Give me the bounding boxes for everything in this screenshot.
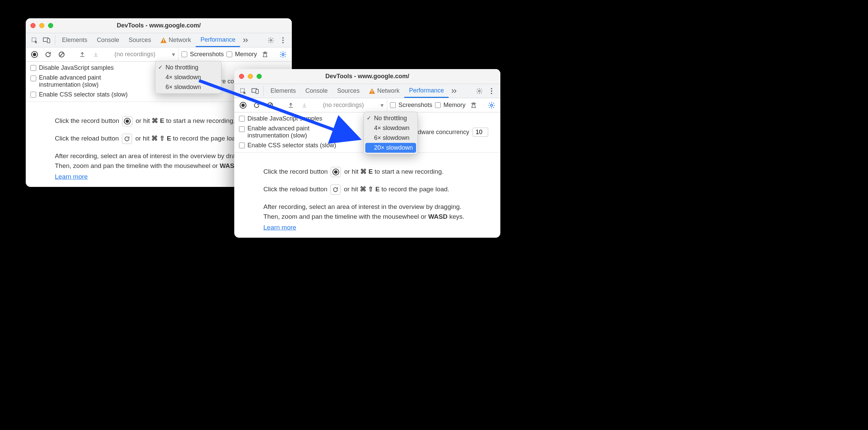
svg-rect-4: [163, 41, 164, 42]
dropdown-option-no-throttling[interactable]: No throttling: [155, 63, 221, 72]
tab-performance[interactable]: Performance: [404, 84, 449, 98]
dropdown-option-6x[interactable]: 6× slowdown: [155, 82, 221, 92]
window-title: DevTools - www.google.com/: [234, 73, 500, 80]
clear-button[interactable]: [56, 49, 67, 60]
more-tabs-icon[interactable]: [449, 84, 461, 98]
svg-line-22: [268, 104, 272, 107]
kebab-menu-icon[interactable]: [485, 84, 498, 98]
svg-point-7: [282, 40, 284, 41]
tab-elements[interactable]: Elements: [57, 33, 92, 47]
window-title: DevTools - www.google.com/: [26, 22, 292, 29]
warning-icon: [369, 88, 375, 94]
svg-rect-16: [372, 92, 372, 93]
css-selector-stats-checkbox[interactable]: Enable CSS selector stats (slow): [239, 142, 361, 149]
cpu-throttling-dropdown[interactable]: No throttling 4× slowdown 6× slowdown 20…: [364, 112, 418, 154]
record-button[interactable]: [29, 49, 40, 60]
reload-record-button[interactable]: [251, 100, 262, 111]
cpu-throttling-dropdown[interactable]: No throttling 4× slowdown 6× slowdown: [155, 61, 221, 94]
tab-network[interactable]: Network: [364, 84, 404, 98]
device-toggle-icon[interactable]: [249, 84, 261, 98]
after-hint: After recording, select an area of inter…: [55, 151, 263, 171]
svg-point-6: [282, 37, 284, 39]
chevron-down-icon: ▾: [172, 51, 175, 58]
screenshots-checkbox[interactable]: Screenshots: [390, 102, 432, 109]
reload-record-button[interactable]: [43, 49, 53, 60]
dropdown-option-4x[interactable]: 4× slowdown: [364, 123, 417, 133]
tab-console[interactable]: Console: [301, 84, 332, 98]
collect-garbage-icon[interactable]: [468, 100, 479, 111]
recordings-select[interactable]: (no recordings) ▾: [320, 98, 387, 112]
panel-tabs: Elements Console Sources Network Perform…: [234, 84, 500, 98]
devtools-window: DevTools - www.google.com/ Elements Cons…: [234, 69, 500, 238]
download-profile-icon[interactable]: [299, 100, 310, 111]
more-tabs-icon[interactable]: [240, 33, 252, 47]
advanced-paint-checkbox[interactable]: Enable advanced paint instrumentation (s…: [239, 125, 361, 139]
reload-button-inline-icon: [330, 185, 341, 195]
svg-point-17: [479, 90, 480, 92]
svg-rect-14: [256, 89, 258, 93]
titlebar: DevTools - www.google.com/: [234, 69, 500, 84]
chevron-down-icon: ▾: [381, 102, 384, 109]
hw-concurrency-input[interactable]: [473, 128, 488, 137]
screenshots-checkbox[interactable]: Screenshots: [181, 51, 224, 58]
dropdown-option-4x[interactable]: 4× slowdown: [155, 72, 221, 82]
reload-hint: Click the reload button or hit ⌘ ⇧ E to …: [263, 185, 471, 195]
svg-point-8: [282, 42, 284, 43]
tab-performance[interactable]: Performance: [196, 33, 240, 47]
learn-more-link[interactable]: Learn more: [55, 173, 88, 180]
clear-button[interactable]: [265, 100, 276, 111]
panel-tabs: Elements Console Sources Network Perform…: [26, 33, 292, 47]
css-selector-stats-checkbox[interactable]: Enable CSS selector stats (slow): [30, 91, 152, 98]
after-hint: After recording, select an area of inter…: [263, 202, 471, 221]
record-hint: Click the record button or hit ⌘ E to st…: [263, 167, 471, 177]
download-profile-icon[interactable]: [90, 49, 101, 60]
memory-checkbox[interactable]: Memory: [226, 51, 257, 58]
svg-point-19: [491, 90, 492, 92]
capture-settings-gear-icon[interactable]: [486, 100, 497, 111]
tab-network[interactable]: Network: [156, 33, 196, 47]
tab-console[interactable]: Console: [92, 33, 124, 47]
svg-point-11: [282, 53, 284, 56]
performance-toolbar: (no recordings) ▾ Screenshots Memory: [234, 98, 500, 112]
capture-settings-gear-icon[interactable]: [278, 49, 288, 60]
svg-point-5: [270, 39, 272, 41]
titlebar: DevTools - www.google.com/: [26, 18, 292, 33]
dropdown-option-no-throttling[interactable]: No throttling: [364, 113, 417, 123]
tab-sources[interactable]: Sources: [332, 84, 364, 98]
learn-more-link[interactable]: Learn more: [263, 224, 296, 231]
svg-line-10: [60, 53, 63, 56]
tab-network-label: Network: [377, 87, 399, 94]
settings-gear-icon[interactable]: [265, 33, 277, 47]
tab-elements[interactable]: Elements: [266, 84, 301, 98]
divider: [55, 35, 55, 45]
dropdown-option-20x[interactable]: 20× slowdown: [365, 143, 416, 153]
device-toggle-icon[interactable]: [41, 33, 53, 47]
svg-point-18: [491, 88, 492, 89]
disable-js-samples-checkbox[interactable]: Disable JavaScript samples: [239, 115, 361, 122]
settings-gear-icon[interactable]: [473, 84, 485, 98]
tab-sources[interactable]: Sources: [124, 33, 156, 47]
capture-settings: Disable JavaScript samples Enable advanc…: [234, 112, 500, 153]
svg-rect-3: [163, 39, 164, 41]
memory-checkbox[interactable]: Memory: [435, 102, 465, 109]
record-button[interactable]: [238, 100, 248, 111]
collect-garbage-icon[interactable]: [260, 49, 270, 60]
svg-rect-15: [372, 90, 372, 92]
divider: [263, 86, 264, 96]
svg-rect-2: [47, 39, 50, 43]
inspect-icon[interactable]: [237, 84, 249, 98]
dropdown-option-6x[interactable]: 6× slowdown: [364, 133, 417, 143]
performance-hints: Click the record button or hit ⌘ E to st…: [234, 153, 500, 249]
disable-js-samples-checkbox[interactable]: Disable JavaScript samples: [30, 64, 152, 71]
kebab-menu-icon[interactable]: [277, 33, 289, 47]
inspect-icon[interactable]: [28, 33, 41, 47]
reload-button-inline-icon: [122, 134, 132, 144]
upload-profile-icon[interactable]: [77, 49, 88, 60]
recordings-select-label: (no recordings): [114, 51, 155, 58]
upload-profile-icon[interactable]: [285, 100, 296, 111]
recordings-select[interactable]: (no recordings) ▾: [111, 47, 179, 61]
svg-point-23: [491, 104, 493, 106]
advanced-paint-checkbox[interactable]: Enable advanced paint instrumentation (s…: [30, 74, 152, 88]
recordings-select-label: (no recordings): [323, 102, 364, 109]
svg-point-20: [491, 93, 492, 94]
